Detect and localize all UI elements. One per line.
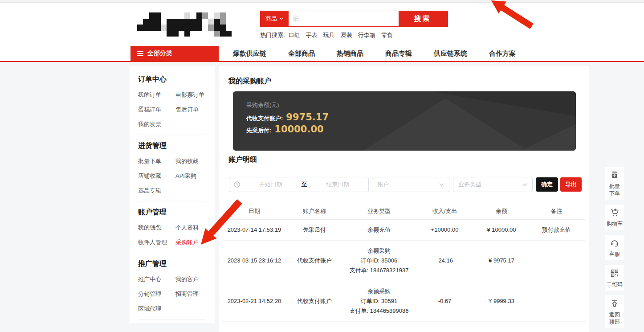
cell-account: 先采后付 — [285, 225, 343, 235]
hot-search-term[interactable]: 口红 — [289, 32, 300, 38]
search-input[interactable] — [289, 11, 399, 26]
store-logo[interactable] — [137, 12, 232, 37]
search-category-dropdown[interactable]: 商品 — [260, 11, 289, 27]
float-item-label: 批量下单 — [605, 183, 624, 197]
cell-amount: -0.67 — [415, 296, 475, 306]
account-select[interactable]: 账户 — [372, 177, 449, 192]
cell-date: 2023-07-14 17:53:19 — [223, 225, 285, 235]
qrcode-button[interactable]: 二维码 — [605, 265, 624, 291]
hot-search-term[interactable]: 行李箱 — [358, 32, 375, 38]
table-row: 2023-03-15 23:16:12 代收支付账户 余额采购订单ID: 350… — [223, 241, 585, 281]
main-nav: 爆款供应链全部商品热销商品商品专辑供应链系统合作方案 — [233, 46, 516, 61]
sidebar-link[interactable]: 我的收藏 — [175, 157, 206, 165]
table-column-header: 业务类型 — [343, 207, 415, 215]
chevron-down-icon — [279, 17, 283, 20]
cell-amount: -24.16 — [415, 256, 475, 266]
table-row: 2023-02-21 14:52:20 代收支付账户 余额采购订单ID: 305… — [223, 281, 585, 322]
balance-row-label: 先采后付: — [246, 127, 271, 135]
sidebar-link[interactable]: API采购 — [175, 172, 206, 180]
menu-icon — [137, 50, 143, 57]
search-button[interactable]: 搜索 — [397, 11, 448, 27]
all-categories-button[interactable]: 全部分类 — [130, 46, 219, 61]
search-category-label: 商品 — [265, 15, 277, 23]
sidebar-link[interactable]: 区域代理 — [138, 305, 175, 313]
table-row: 2023-07-14 17:53:19 先采后付 余额充值 +10000.00 … — [223, 220, 585, 241]
cell-balance: ¥ 9999.33 — [475, 296, 528, 306]
account-detail-table: 日期账户名称业务类型收入/支出余额备注 2023-07-14 17:53:19 … — [223, 203, 585, 322]
sidebar-link[interactable]: 我的订单 — [138, 91, 175, 99]
customer-service-button[interactable]: 客服 — [605, 235, 624, 260]
date-separator: 至 — [302, 180, 307, 189]
sidebar-link[interactable]: 招商管理 — [175, 290, 206, 298]
hot-search-label: 热门搜索: — [260, 32, 285, 38]
float-item-label: 购物车 — [605, 220, 624, 227]
sidebar-link[interactable]: 收件人管理 — [138, 238, 175, 246]
sidebar-link[interactable]: 批量下单 — [138, 157, 175, 165]
sidebar-link[interactable]: 选品专辑 — [138, 187, 175, 195]
sidebar-section: 订单中心 我的订单电影票订单蛋糕订单售后订单我的发票 — [138, 69, 206, 135]
table-body: 2023-07-14 17:53:19 先采后付 余额充值 +10000.00 … — [223, 220, 585, 322]
balance-row: 代收支付账户: 9975.17 — [246, 112, 329, 124]
sidebar-link[interactable]: 个人资料 — [175, 224, 206, 232]
cell-account: 代收支付账户 — [285, 296, 343, 306]
clock-icon — [234, 181, 240, 188]
balance-card: 采购余额(元) 代收支付账户: 9975.17 先采后付: 10000.00 — [233, 91, 576, 151]
nav-item[interactable]: 商品专辑 — [385, 49, 412, 58]
hot-search-term[interactable]: 手表 — [306, 32, 318, 38]
qrcode-icon — [610, 268, 620, 278]
nav-item[interactable]: 合作方案 — [489, 49, 516, 58]
account-select-placeholder: 账户 — [377, 180, 389, 189]
hot-search-term[interactable]: 玩具 — [323, 32, 335, 38]
date-start-placeholder: 开始日期 — [240, 180, 302, 189]
sidebar-section-title: 进货管理 — [138, 141, 206, 151]
date-end-placeholder: 结束日期 — [307, 180, 369, 189]
balance-row-value: 9975.17 — [286, 112, 329, 123]
sidebar-link[interactable]: 我的钱包 — [138, 224, 175, 232]
sidebar-link[interactable]: 采购账户 — [175, 238, 206, 246]
detail-title: 账户明细 — [228, 155, 257, 164]
cart-button[interactable]: 购物车 — [605, 205, 624, 230]
table-column-header: 日期 — [223, 207, 285, 215]
filter-row: 开始日期 至 结束日期 账户 业务类型 确定 导出 — [219, 177, 589, 192]
sidebar-link[interactable]: 推广中心 — [138, 275, 175, 283]
sidebar-link[interactable]: 分销管理 — [138, 290, 175, 298]
nav-item[interactable]: 爆款供应链 — [233, 49, 266, 58]
sidebar-section-title: 账户管理 — [138, 208, 206, 217]
balance-label: 采购余额(元) — [246, 101, 279, 109]
cell-date: 2023-03-15 23:16:12 — [223, 256, 285, 266]
business-type-placeholder: 业务类型 — [458, 180, 481, 189]
cell-business-type: 余额采购订单ID: 30591支付单: 184465899086 — [343, 287, 415, 316]
sidebar-section: 推广管理 推广中心我的客户分销管理招商管理区域代理 — [138, 253, 206, 320]
sidebar-link[interactable]: 店铺收藏 — [138, 172, 175, 180]
cell-balance: ¥ 9975.17 — [475, 256, 528, 266]
page-title: 我的采购账户 — [228, 77, 271, 86]
hot-search-term[interactable]: 夏装 — [341, 32, 352, 38]
confirm-button[interactable]: 确定 — [536, 177, 558, 192]
nav-item[interactable]: 全部商品 — [288, 49, 315, 58]
hot-search-term[interactable]: 零食 — [381, 32, 393, 38]
balance-rows: 代收支付账户: 9975.17 先采后付: 10000.00 — [246, 112, 329, 136]
back-to-top-icon — [610, 299, 620, 308]
sidebar-link[interactable]: 我的客户 — [175, 275, 206, 283]
sidebar-link[interactable]: 蛋糕订单 — [138, 106, 175, 114]
back-to-top-button[interactable]: 返回顶部 — [605, 295, 624, 328]
batch-order-icon — [610, 170, 620, 180]
customer-service-icon — [610, 238, 620, 248]
business-type-select[interactable]: 业务类型 — [453, 177, 533, 192]
nav-item[interactable]: 供应链系统 — [434, 49, 467, 58]
sidebar-link[interactable]: 我的发票 — [138, 120, 175, 128]
export-button[interactable]: 导出 — [560, 177, 582, 192]
cell-business-type: 余额采购订单ID: 35006支付单: 184678321937 — [343, 246, 415, 275]
cell-balance: ¥ 10000.00 — [475, 225, 528, 235]
batch-order-button[interactable]: 批量下单 — [605, 167, 624, 200]
float-item-label: 二维码 — [605, 281, 624, 288]
cell-date: 2023-02-21 14:52:20 — [223, 296, 285, 306]
sidebar-link[interactable]: 电影票订单 — [175, 91, 206, 99]
hot-search: 热门搜索:口红手表玩具夏装行李箱零食 — [260, 31, 399, 39]
floating-toolbar: 批量下单 购物车 客服 二维码 返回顶部 — [605, 167, 624, 332]
balance-row-label: 代收支付账户: — [246, 115, 283, 123]
date-range-input[interactable]: 开始日期 至 结束日期 — [229, 177, 369, 192]
sidebar-link[interactable]: 售后订单 — [175, 106, 206, 114]
nav-item[interactable]: 热销商品 — [337, 49, 363, 58]
cell-account: 代收支付账户 — [285, 256, 343, 266]
